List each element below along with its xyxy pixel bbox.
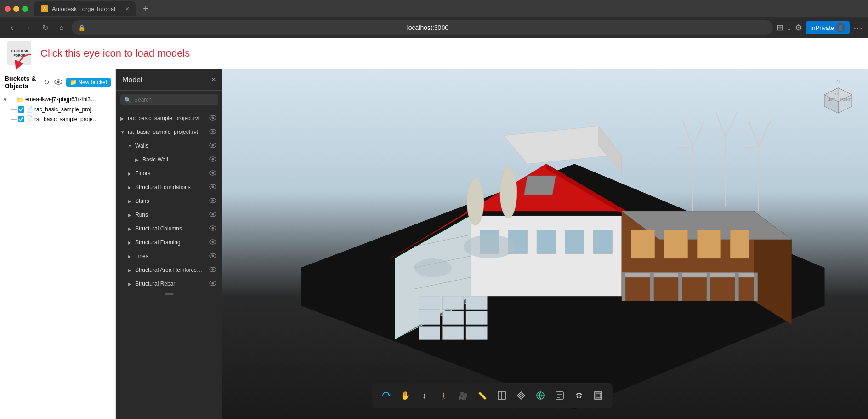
building-scene [116,69,868,419]
nav-home-button[interactable]: ⌂ [55,21,68,34]
model-tree-item-struct-frame[interactable]: ▶ Structural Framing [116,235,222,249]
toolbar-properties-button[interactable] [551,387,568,404]
svg-rect-46 [466,296,487,310]
svg-line-38 [726,112,738,138]
wind-turbines [678,112,770,211]
tree-item[interactable]: — 📄 rac_basic_sample_project.rv [0,104,115,114]
toolbar-explode-button[interactable] [512,387,530,404]
model-panel-close-button[interactable]: × [211,75,216,85]
eye-icon [209,253,216,258]
toolbar-orbit-button[interactable] [377,387,395,404]
tab-close-icon[interactable]: × [125,5,129,12]
toolbar-fullscreen-button[interactable] [590,387,607,404]
view-cube[interactable]: ⌂ FRONT LEFT TOP [817,79,859,120]
svg-rect-19 [697,230,720,258]
toolbar-camera-button[interactable]: 🎥 [454,387,472,404]
extension-icon-1[interactable]: ⊞ [777,23,783,33]
basic-wall-label: Basic Wall [142,156,206,163]
address-input[interactable] [89,24,766,31]
svg-point-80 [212,255,214,257]
new-bucket-button[interactable]: 📁 New bucket [66,78,111,87]
inprivate-label: InPrivate [811,24,834,31]
toolbar-settings-button[interactable]: ⚙ [570,387,588,404]
walls-eye-button[interactable] [208,142,218,150]
svg-rect-25 [707,273,710,301]
model-tree-item-floors[interactable]: ▶ Floors [116,166,222,180]
model-tree-item-struct-area[interactable]: ▶ Structural Area Reinforceme... [116,263,222,277]
svg-rect-9 [565,230,584,253]
nav-reload-button[interactable]: ↻ [39,21,51,34]
basic-wall-eye-button[interactable] [208,155,218,164]
new-tab-button[interactable]: + [139,2,152,15]
nav-forward-button[interactable]: › [22,21,35,34]
svg-line-37 [716,112,726,138]
struct-area-eye-button[interactable] [208,266,218,274]
model-tree-item-walls[interactable]: ▼ Walls [116,139,222,153]
model-tree-item-struct-found[interactable]: ▶ Structural Foundations [116,180,222,194]
lines-eye-button[interactable] [208,252,218,260]
rac-label: rac_basic_sample_project.rvt [128,115,206,121]
svg-point-54 [500,166,517,218]
svg-rect-13 [524,176,556,195]
eye-icon [209,267,216,272]
struct-rebar-eye-button[interactable] [208,280,218,288]
toolbar-model-button[interactable] [532,387,549,404]
model-tree-item-struct-col[interactable]: ▶ Structural Columns [116,222,222,235]
svg-rect-8 [537,230,556,253]
eye-button[interactable] [53,78,63,87]
fullscreen-icon [594,391,603,400]
arrow-annotation: Click this eye icon to load models [40,47,190,59]
browser-tab[interactable]: A Autodesk Forge Tutorial × [34,1,136,16]
tree-item[interactable]: — 📄 rst_basic_sample_project.rvt [0,114,115,124]
traffic-light-yellow[interactable] [13,6,19,12]
extension-icon-3[interactable]: ⚙ [795,23,802,33]
traffic-lights [5,6,28,12]
model-tree-item-rac[interactable]: ▶ rac_basic_sample_project.rvt [116,111,222,125]
struct-found-eye-button[interactable] [208,183,218,191]
sidebar: Buckets & Objects ↻ 📁 New bucket ▼ [0,69,116,419]
model-tree-item-basic-wall[interactable]: ▶ Basic Wall [116,153,222,166]
struct-frame-eye-button[interactable] [208,238,218,247]
tree-dash: — [11,106,17,113]
browser-menu-button[interactable]: ⋯ [853,22,862,33]
expand-icon-stairs: ▶ [128,199,133,204]
model-tree-item-runs[interactable]: ▶ Runs [116,208,222,222]
traffic-light-red[interactable] [5,6,11,12]
svg-point-76 [212,227,214,230]
model-tree-item-stairs[interactable]: ▶ Stairs [116,194,222,208]
model-tree-item-lines[interactable]: ▶ Lines [116,249,222,263]
svg-rect-51 [443,327,464,340]
svg-point-72 [212,200,214,202]
svg-rect-50 [419,327,440,340]
refresh-button[interactable]: ↻ [43,77,51,87]
struct-col-eye-button[interactable] [208,224,218,233]
floors-eye-button[interactable] [208,169,218,178]
toolbar-section-button[interactable] [493,387,511,404]
svg-line-33 [683,121,692,147]
svg-point-1 [57,80,60,83]
svg-point-84 [212,282,214,285]
sidebar-title: Buckets & Objects [5,75,40,90]
inprivate-button[interactable]: InPrivate 👤 [806,21,850,34]
model-tree-item-rst[interactable]: ▼ rst_basic_sample_project.rvt [116,125,222,139]
model-tree-item-struct-rebar[interactable]: ▶ Structural Rebar [116,277,222,291]
traffic-light-green[interactable] [22,6,28,12]
toolbar-measure-button[interactable]: 📏 [474,387,491,404]
nav-back-button[interactable]: ‹ [6,21,18,34]
extension-icon-2[interactable]: ↓ [787,23,791,33]
rst-eye-button[interactable] [208,128,218,136]
expand-icon-sc: ▶ [128,226,133,231]
stairs-eye-button[interactable] [208,197,218,205]
svg-rect-52 [466,327,487,340]
svg-rect-47 [419,311,440,325]
toolbar-pan-button[interactable]: ✋ [397,387,414,404]
model-panel-title: Model [122,76,142,84]
rac-eye-button[interactable] [208,114,218,122]
file1-checkbox[interactable] [18,106,24,113]
tree-item[interactable]: ▼ — 📁 emea-lkwej7xpbgp63x4hl335y6r [0,94,115,104]
runs-eye-button[interactable] [208,211,218,219]
toolbar-walk-button[interactable]: 🚶 [435,387,453,404]
model-search-input[interactable] [134,94,214,105]
toolbar-dolly-button[interactable]: ↕ [416,387,433,404]
file2-checkbox[interactable] [18,116,24,122]
